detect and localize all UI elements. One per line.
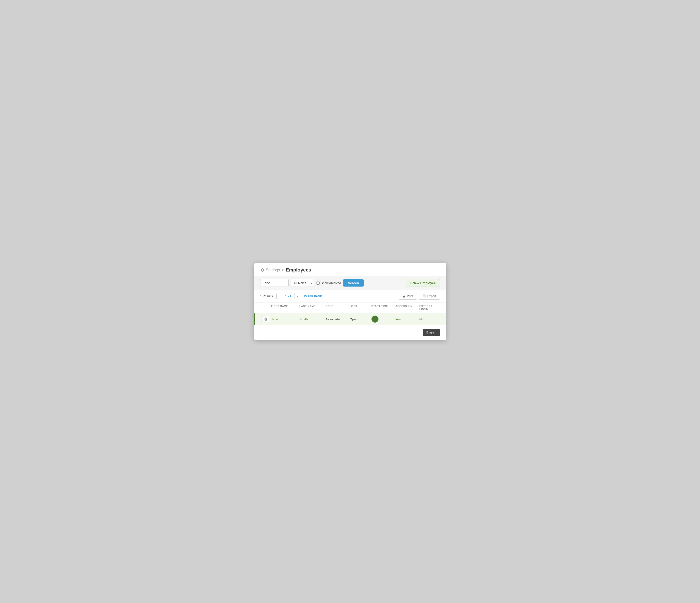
table-row[interactable]: Jane Smith Associate Open Yes No xyxy=(254,313,446,325)
print-button[interactable]: 🖨 Print xyxy=(399,293,417,300)
breadcrumb-separator: > xyxy=(282,268,284,272)
results-count: 1 Results xyxy=(260,294,273,298)
results-bar: 1 Results ‹ 1 - 1 › 15 PER PAGE 🖨 Print … xyxy=(254,290,446,303)
pagination-current: 1 - 1 xyxy=(282,293,295,299)
pagination-prev-button[interactable]: ‹ xyxy=(277,293,282,299)
col-header-external-login: EXTERNAL LOGIN xyxy=(420,305,440,311)
row-start-time xyxy=(372,316,396,322)
settings-label: Settings xyxy=(266,268,280,272)
footer: English xyxy=(254,325,446,340)
per-page-label[interactable]: 15 PER PAGE xyxy=(304,295,322,298)
col-header-role: ROLE xyxy=(326,305,350,311)
role-select[interactable]: All Roles Associate Manager Admin xyxy=(291,279,314,287)
col-header-start-time: START TIME xyxy=(372,305,396,311)
main-window: Settings > Employees All Roles Associate… xyxy=(254,263,446,340)
lock-icon xyxy=(262,316,269,322)
power-icon xyxy=(373,317,377,321)
export-icon: 📄 xyxy=(422,294,426,298)
language-button[interactable]: English xyxy=(423,329,440,336)
col-header-access-pin: ACCESS PIN xyxy=(396,305,420,311)
show-archived-checkbox[interactable] xyxy=(317,282,320,285)
export-button[interactable]: 📄 Export xyxy=(419,293,440,300)
row-lock-icon-cell xyxy=(260,316,271,322)
export-label: Export xyxy=(427,294,436,298)
row-last-name: Smith xyxy=(300,317,326,321)
search-button[interactable]: Search xyxy=(343,279,364,287)
start-time-button[interactable] xyxy=(372,316,378,322)
col-header-first-name: FIRST NAME xyxy=(271,305,300,311)
settings-link[interactable]: Settings xyxy=(260,268,280,272)
col-header-last-name: LAST NAME xyxy=(300,305,326,311)
print-icon: 🖨 xyxy=(402,294,405,298)
pagination-next-button[interactable]: › xyxy=(295,293,300,299)
table-actions: 🖨 Print 📄 Export xyxy=(399,293,440,300)
table-header: FIRST NAME LAST NAME ROLE LOCK START TIM… xyxy=(254,303,446,313)
page-title: Employees xyxy=(286,267,311,273)
search-input[interactable] xyxy=(260,279,289,287)
col-header-lock-icon xyxy=(260,305,271,311)
row-access-pin: Yes xyxy=(396,317,420,321)
row-external-login: No xyxy=(420,317,440,321)
page-header: Settings > Employees xyxy=(254,263,446,276)
show-archived-text: Show Archived xyxy=(321,281,341,285)
col-header-lock: LOCK xyxy=(350,305,372,311)
toolbar: All Roles Associate Manager Admin Show A… xyxy=(254,276,446,290)
row-first-name: Jane xyxy=(271,317,300,321)
show-archived-label[interactable]: Show Archived xyxy=(317,281,341,285)
employee-table: FIRST NAME LAST NAME ROLE LOCK START TIM… xyxy=(254,303,446,325)
role-select-wrapper: All Roles Associate Manager Admin xyxy=(291,279,314,287)
new-employee-button[interactable]: + New Employee xyxy=(406,279,440,287)
row-lock: Open xyxy=(350,317,372,321)
pagination: ‹ 1 - 1 › xyxy=(276,293,300,299)
gear-icon xyxy=(260,268,265,272)
row-role: Associate xyxy=(326,317,350,321)
print-label: Print xyxy=(407,294,413,298)
